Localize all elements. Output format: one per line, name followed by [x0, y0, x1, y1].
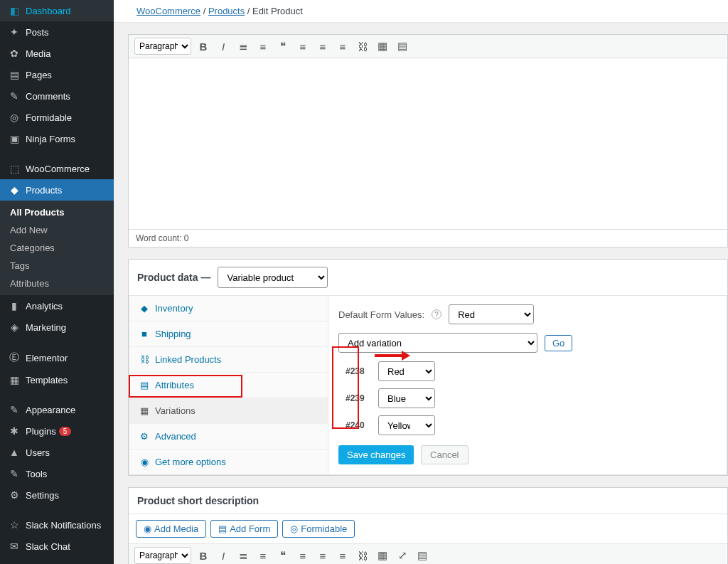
submenu-tags[interactable]: Tags — [0, 257, 114, 275]
formidable-button[interactable]: ◎Formidable — [282, 520, 355, 538]
tab-variations[interactable]: ▦Variations — [129, 398, 328, 424]
breadcrumb-products[interactable]: Products — [208, 6, 245, 16]
advanced-icon: ⚙ — [139, 431, 149, 442]
link-icon[interactable]: ⛓ — [355, 38, 370, 54]
ul-icon[interactable]: ≣ — [235, 38, 251, 54]
italic-icon[interactable]: I — [215, 38, 231, 54]
sd-table-icon[interactable]: ▤ — [414, 548, 430, 563]
align-left-icon[interactable]: ≡ — [295, 38, 311, 54]
insert-icon[interactable]: ▦ — [375, 38, 390, 54]
tab-advanced[interactable]: ⚙Advanced — [129, 424, 328, 449]
product-type-select[interactable]: Variable product — [218, 267, 328, 288]
add-form-button[interactable]: ▤Add Form — [210, 520, 278, 538]
cancel-button[interactable]: Cancel — [421, 445, 468, 464]
tab-get-more[interactable]: ◉Get more options — [129, 449, 328, 474]
sidebar-pages[interactable]: ▤Pages — [0, 64, 114, 85]
products-submenu: All Products Add New Categories Tags Att… — [0, 201, 114, 295]
tools-icon: ✎ — [7, 468, 21, 479]
variation-select[interactable]: Red — [378, 361, 435, 381]
sidebar-slack-notifications[interactable]: ☆Slack Notifications — [0, 514, 114, 536]
sd-quote-icon[interactable]: ❝ — [275, 548, 291, 563]
sidebar-templates[interactable]: ▦Templates — [0, 369, 114, 390]
products-icon: ◆ — [7, 184, 21, 196]
align-center-icon[interactable]: ≡ — [315, 38, 331, 54]
pages-icon: ▤ — [7, 69, 21, 80]
sidebar-formidable[interactable]: ◎Formidable — [0, 107, 114, 128]
editor-toolbar: Paragraph B I ≣ ≡ ❝ ≡ ≡ ≡ ⛓ ▦ ▤ — [129, 35, 727, 58]
bold-icon[interactable]: B — [196, 38, 211, 54]
sidebar-slack-chat[interactable]: ✉Slack Chat — [0, 536, 114, 557]
sd-insert-icon[interactable]: ▦ — [375, 548, 390, 563]
sidebar-analytics[interactable]: ▮Analytics — [0, 295, 114, 316]
sidebar-comments[interactable]: ✎Comments — [0, 85, 114, 107]
sd-fullscreen-icon[interactable]: ⤢ — [395, 548, 410, 563]
sd-align-left-icon[interactable]: ≡ — [295, 548, 311, 563]
sd-bold-icon[interactable]: B — [196, 548, 211, 563]
sidebar-appearance[interactable]: ✎Appearance — [0, 399, 114, 420]
add-variation-select[interactable]: Add variation — [338, 333, 537, 353]
sidebar-media[interactable]: ✿Media — [0, 43, 114, 64]
sd-ul-icon[interactable]: ≣ — [235, 548, 251, 563]
save-changes-button[interactable]: Save changes — [338, 445, 414, 464]
short-desc-toolbar: Paragraph B I ≣ ≡ ❝ ≡ ≡ ≡ ⛓ ▦ ⤢ ▤ — [129, 544, 727, 564]
slack-chat-icon: ✉ — [7, 541, 21, 552]
sidebar-marketing[interactable]: ◈Marketing — [0, 316, 114, 338]
ol-icon[interactable]: ≡ — [255, 38, 271, 54]
tab-attribs[interactable]: ▤Attributes — [129, 373, 328, 398]
tab-inventory[interactable]: ◆Inventory — [129, 296, 328, 321]
dashboard-icon: ◧ — [7, 5, 21, 16]
variation-id: #240 — [346, 420, 371, 430]
add-media-button[interactable]: ◉Add Media — [136, 520, 206, 538]
sidebar-dashboard[interactable]: ◧Dashboard — [0, 0, 114, 21]
variation-row-240[interactable]: #240 Yellow — [346, 415, 717, 435]
slack-icon: ☆ — [7, 519, 21, 531]
submenu-add-new[interactable]: Add New — [0, 221, 114, 239]
variation-row-239[interactable]: #239 Blue — [346, 388, 717, 408]
quote-icon[interactable]: ❝ — [275, 38, 291, 54]
attributes-icon: ▤ — [139, 380, 149, 390]
plugins-badge: 5 — [59, 427, 72, 436]
analytics-icon: ▮ — [7, 300, 21, 312]
sidebar-ninjaforms[interactable]: ▣Ninja Forms — [0, 128, 114, 149]
submenu-all-products[interactable]: All Products — [0, 203, 114, 221]
editor-footer: Word count: 0 — [129, 229, 727, 247]
sidebar-plugins[interactable]: ✱Plugins5 — [0, 420, 114, 442]
default-form-select[interactable]: Red — [449, 304, 534, 324]
sidebar-posts[interactable]: ✦Posts — [0, 21, 114, 43]
sd-align-center-icon[interactable]: ≡ — [315, 548, 331, 563]
sidebar-settings[interactable]: ⚙Settings — [0, 484, 114, 506]
sidebar-products[interactable]: ◆Products — [0, 179, 114, 201]
table-icon[interactable]: ▤ — [395, 38, 410, 54]
sd-format-select[interactable]: Paragraph — [134, 547, 191, 564]
sd-italic-icon[interactable]: I — [215, 548, 231, 563]
pin-icon: ✦ — [7, 26, 21, 38]
more-icon: ◉ — [139, 457, 149, 467]
help-icon[interactable]: ? — [432, 309, 441, 319]
form-icon: ▣ — [7, 133, 21, 144]
submenu-attributes[interactable]: Attributes — [0, 275, 114, 292]
variation-select[interactable]: Blue — [378, 388, 435, 408]
submenu-categories[interactable]: Categories — [0, 239, 114, 257]
sidebar-tools[interactable]: ✎Tools — [0, 463, 114, 484]
editor-body[interactable] — [129, 58, 727, 229]
sd-ol-icon[interactable]: ≡ — [255, 548, 271, 563]
appearance-icon: ✎ — [7, 404, 21, 415]
sd-align-right-icon[interactable]: ≡ — [335, 548, 350, 563]
breadcrumb-woocommerce[interactable]: WooCommerce — [136, 6, 200, 16]
product-data-label: Product data — — [137, 272, 210, 283]
tab-shipping[interactable]: ■Shipping — [129, 321, 328, 347]
tab-linked-products[interactable]: ⛓Linked Products — [129, 347, 328, 373]
elementor-icon: Ⓔ — [7, 351, 21, 364]
variation-row-238[interactable]: #238 Red — [346, 361, 717, 381]
variation-select[interactable]: Yellow — [378, 415, 435, 435]
sidebar-collapse[interactable]: ◀Collapse menu — [0, 557, 114, 564]
go-button[interactable]: Go — [545, 335, 572, 351]
comments-icon: ✎ — [7, 90, 21, 102]
camera-icon: ◉ — [144, 523, 151, 534]
sidebar-woocommerce[interactable]: ⬚WooCommerce — [0, 158, 114, 179]
sd-link-icon[interactable]: ⛓ — [355, 548, 370, 563]
align-right-icon[interactable]: ≡ — [335, 38, 350, 54]
format-select[interactable]: Paragraph — [134, 38, 191, 55]
sidebar-users[interactable]: ▲Users — [0, 442, 114, 463]
sidebar-elementor[interactable]: ⒺElementor — [0, 346, 114, 369]
